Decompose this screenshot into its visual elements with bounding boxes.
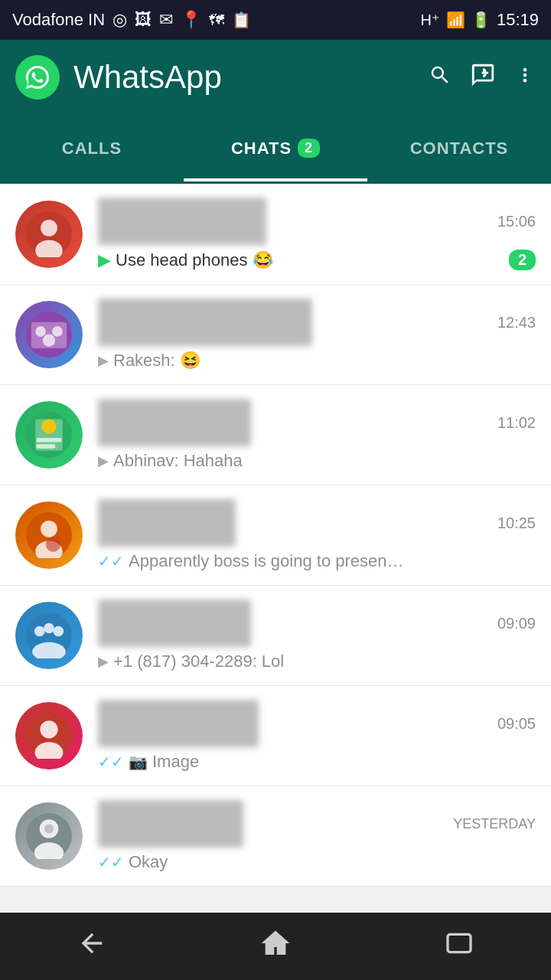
chat-content-1: ██████ █████ █████ 15:06 ▶ Use head phon… (98, 198, 536, 270)
chat-name-2: ████████ ██████ █████ (98, 299, 312, 346)
status-right: H⁺ 📶 🔋 15:19 (420, 10, 539, 30)
chat-top-4: █████ ████ █████ 10:25 (98, 499, 536, 547)
carrier-text: Vodafone IN (12, 10, 105, 30)
chat-content-7: ███████ ████ █████ YESTERDAY ✓✓ Okay (98, 800, 536, 872)
chat-content-4: █████ ████ █████ 10:25 ✓✓ Apparently bos… (98, 499, 536, 571)
svg-point-28 (44, 824, 54, 833)
svg-point-1 (41, 219, 57, 236)
svg-point-18 (34, 626, 45, 637)
svg-point-10 (41, 420, 56, 434)
chat-item-2[interactable]: ████████ ██████ █████ 12:43 ▶ Rakesh: 😆 (0, 285, 551, 385)
chat-top-2: ████████ ██████ █████ 12:43 (98, 299, 536, 346)
maps-icon: 🗺 (209, 11, 224, 29)
chat-time-4: 10:25 (497, 514, 536, 532)
email-icon: ✉ (159, 10, 173, 30)
chat-bottom-1: ▶ Use head phones 😂 2 (98, 250, 536, 270)
preview-text-5: +1 (817) 304-2289: Lol (113, 652, 284, 671)
play-arrow-icon-1: ▶ (98, 250, 111, 270)
tabs: CALLS CHATS 2 CONTACTS (0, 115, 551, 184)
chat-preview-5: ▶ +1 (817) 304-2289: Lol (98, 652, 284, 671)
svg-point-5 (35, 326, 46, 337)
chat-name-3: ██████ █████ █████ (98, 399, 251, 446)
chat-time-1: 15:06 (497, 213, 536, 230)
play-arrow-icon-5: ▶ (98, 653, 109, 670)
chat-bottom-3: ▶ Abhinav: Hahaha (98, 451, 536, 471)
unread-badge-1: 2 (509, 250, 536, 270)
hplus-icon: H⁺ (420, 11, 439, 29)
svg-point-19 (44, 623, 54, 634)
chat-time-7: YESTERDAY (453, 816, 536, 832)
chat-time-3: 11:02 (497, 414, 536, 432)
preview-text-2: Rakesh: 😆 (113, 351, 201, 371)
double-tick-4: ✓✓ (98, 552, 124, 570)
back-button[interactable] (77, 928, 107, 965)
status-bar: Vodafone IN ◎ 🖼 ✉ 📍 🗺 📋 H⁺ 📶 🔋 15:19 (0, 0, 551, 40)
svg-rect-11 (37, 438, 62, 442)
header-left: WhatsApp (15, 55, 222, 100)
avatar-2 (15, 301, 83, 368)
chat-name-7: ███████ ████ █████ (98, 800, 243, 848)
svg-point-6 (52, 326, 63, 337)
new-chat-icon[interactable] (470, 62, 496, 93)
play-arrow-icon-2: ▶ (98, 352, 109, 369)
image-icon: 🖼 (135, 10, 152, 30)
more-options-icon[interactable] (514, 64, 536, 91)
chats-badge: 2 (298, 139, 320, 158)
avatar-6 (15, 702, 83, 769)
chat-name-6: ██████ ██████ █████ (98, 700, 259, 747)
svg-rect-29 (448, 934, 471, 952)
chat-bottom-5: ▶ +1 (817) 304-2289: Lol (98, 652, 536, 671)
chat-item-3[interactable]: ██████ █████ █████ 11:02 ▶ Abhinav: Haha… (0, 385, 551, 485)
chat-bottom-6: ✓✓ 📷 Image (98, 752, 536, 772)
chat-preview-3: ▶ Abhinav: Hahaha (98, 451, 243, 471)
chat-content-3: ██████ █████ █████ 11:02 ▶ Abhinav: Haha… (98, 399, 536, 471)
chat-item-7[interactable]: ███████ ████ █████ YESTERDAY ✓✓ Okay (0, 786, 551, 887)
svg-rect-12 (37, 444, 56, 448)
camera-icon-6: 📷 (129, 753, 148, 771)
status-left: Vodafone IN ◎ 🖼 ✉ 📍 🗺 📋 (12, 10, 251, 30)
home-button[interactable] (260, 928, 291, 965)
chat-item-4[interactable]: █████ ████ █████ 10:25 ✓✓ Apparently bos… (0, 485, 551, 586)
whatsapp-status-icon: ◎ (112, 10, 127, 30)
svg-point-7 (43, 334, 55, 346)
chat-time-2: 12:43 (497, 314, 536, 332)
search-icon[interactable] (429, 64, 452, 92)
chat-preview-4: ✓✓ Apparently boss is going to presen… (98, 551, 404, 571)
chat-content-2: ████████ ██████ █████ 12:43 ▶ Rakesh: 😆 (98, 299, 536, 371)
tab-calls[interactable]: CALLS (0, 115, 184, 181)
bottom-nav (0, 913, 551, 980)
chat-bottom-2: ▶ Rakesh: 😆 (98, 351, 536, 371)
avatar-7 (15, 802, 83, 870)
tab-chats[interactable]: CHATS 2 (184, 115, 367, 181)
chat-top-5: ██████ █████ █████ 09:09 (98, 599, 536, 647)
preview-text-1: Use head phones 😂 (116, 250, 273, 270)
avatar-3 (15, 401, 83, 469)
preview-text-6: Image (152, 752, 199, 772)
play-arrow-icon-3: ▶ (98, 452, 109, 469)
svg-point-16 (46, 537, 60, 552)
recents-button[interactable] (444, 928, 474, 965)
chat-preview-1: ▶ Use head phones 😂 (98, 250, 273, 270)
chat-time-6: 09:05 (497, 715, 536, 733)
chat-preview-6: ✓✓ 📷 Image (98, 752, 199, 772)
svg-point-14 (41, 521, 57, 537)
svg-point-20 (53, 626, 64, 637)
chat-bottom-4: ✓✓ Apparently boss is going to presen… (98, 551, 536, 571)
avatar-5 (15, 602, 83, 669)
chat-content-6: ██████ ██████ █████ 09:05 ✓✓ 📷 Image (98, 700, 536, 772)
chat-preview-7: ✓✓ Okay (98, 852, 168, 872)
chat-name-5: ██████ █████ █████ (98, 599, 251, 647)
app-header: WhatsApp (0, 40, 551, 115)
tab-contacts[interactable]: CONTACTS (367, 115, 551, 181)
chat-item-6[interactable]: ██████ ██████ █████ 09:05 ✓✓ 📷 Image (0, 686, 551, 786)
chat-item-1[interactable]: ██████ █████ █████ 15:06 ▶ Use head phon… (0, 184, 551, 285)
chat-top-3: ██████ █████ █████ 11:02 (98, 399, 536, 446)
chat-top-1: ██████ █████ █████ 15:06 (98, 198, 536, 245)
chat-item-5[interactable]: ██████ █████ █████ 09:09 ▶ +1 (817) 304-… (0, 586, 551, 686)
double-tick-6: ✓✓ (98, 753, 124, 771)
battery-icon: 🔋 (471, 11, 491, 29)
whatsapp-logo (15, 55, 60, 100)
preview-text-3: Abhinav: Hahaha (113, 451, 243, 471)
chat-time-5: 09:09 (497, 615, 536, 632)
chat-top-7: ███████ ████ █████ YESTERDAY (98, 800, 536, 848)
